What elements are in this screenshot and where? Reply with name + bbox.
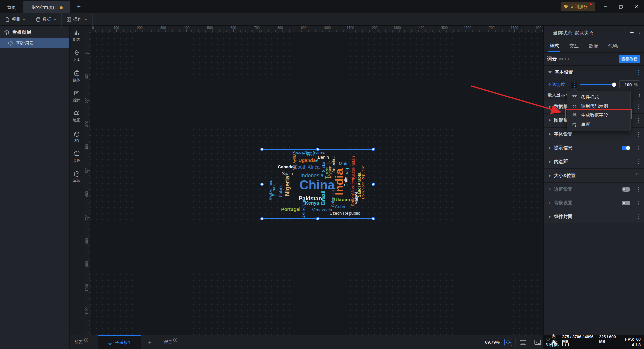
resize-handle[interactable] — [372, 148, 375, 151]
foreground-button[interactable]: 前景 + — [70, 339, 93, 345]
toolbox-item-本地[interactable]: 本地 — [70, 167, 84, 187]
panel-tab-交互[interactable]: 交互 — [569, 40, 579, 52]
ruler-corner[interactable] — [84, 26, 90, 32]
toolbox-item-label: 媒体 — [73, 78, 80, 83]
section-边框设置[interactable]: 边框设置 — [544, 182, 644, 196]
view-tutorial-button[interactable]: 查看教程 — [619, 55, 640, 63]
panel-tab-样式[interactable]: 样式 — [550, 40, 559, 52]
ruler-minor-tick — [89, 91, 90, 91]
shortcut-keys-button[interactable] — [515, 338, 527, 347]
ruler-minor-tick — [89, 203, 90, 204]
toolbox-item-套件[interactable]: 套件 — [70, 147, 84, 166]
section-提示信息[interactable]: 提示信息i — [544, 141, 644, 155]
ruler-minor-tick — [268, 30, 269, 32]
close-button[interactable] — [629, 0, 644, 13]
section-menu-icon[interactable] — [636, 117, 640, 124]
toolbox-item-图表[interactable]: 图表 — [70, 26, 84, 46]
panel-tab-数据[interactable]: 数据 — [589, 40, 598, 52]
resize-handle[interactable] — [260, 148, 264, 151]
ruler-label: 700 — [254, 26, 260, 30]
ruler-label: 1600 — [464, 26, 471, 30]
section-背景设置[interactable]: 背景设置 — [544, 196, 644, 210]
resize-handle[interactable] — [316, 148, 319, 151]
ruler-minor-tick — [89, 175, 90, 176]
section-menu-icon[interactable] — [636, 144, 640, 152]
section-toggle[interactable] — [622, 201, 630, 205]
stepper-up-icon[interactable]: ↑ — [638, 92, 641, 98]
wordcloud-word: Greece — [302, 153, 315, 157]
add-board-button[interactable]: + — [141, 339, 159, 346]
menu-数据[interactable]: 数据▼ — [31, 13, 62, 26]
add-state-button[interactable]: + — [625, 29, 639, 37]
section-toggle[interactable] — [622, 187, 630, 192]
toolbox-item-3D[interactable]: 3D — [70, 127, 84, 146]
toolbox-item-控件[interactable]: 控件 — [70, 87, 84, 106]
project-tab[interactable]: 我的空白项目 — [23, 1, 70, 14]
expand-triangle-icon — [549, 146, 551, 150]
ruler-minor-tick — [313, 30, 313, 32]
lock-icon[interactable] — [635, 172, 640, 179]
ruler-minor-tick — [89, 259, 90, 260]
ruler-minor-tick — [271, 30, 271, 32]
console-button[interactable] — [530, 338, 541, 347]
resize-handle[interactable] — [260, 183, 264, 186]
ruler-minor-tick — [255, 30, 255, 32]
wordcloud-component[interactable]: Papua New GuineaGreeceBeninUgandaHaitiMa… — [262, 149, 373, 219]
new-project-tab-button[interactable]: + — [71, 0, 86, 13]
opacity-value-box[interactable]: 100 % — [619, 80, 640, 89]
opacity-menu-button[interactable] — [571, 82, 577, 88]
add-circle-icon[interactable]: + — [173, 338, 177, 342]
zoom-percentage[interactable]: 69.79% — [485, 340, 500, 345]
wordcloud-word: Kenya — [305, 201, 319, 205]
fit-to-screen-button[interactable] — [504, 339, 512, 346]
custom-service-badge[interactable]: 定制服务 — [561, 2, 595, 11]
code-icon — [572, 104, 577, 109]
context-menu-item-条件样式[interactable]: 条件样式 — [567, 93, 630, 102]
resize-handle[interactable] — [260, 217, 264, 220]
ruler-minor-tick — [399, 30, 400, 32]
minimize-button[interactable] — [598, 0, 613, 13]
context-menu-item-重置[interactable]: 重置 — [567, 120, 630, 129]
ruler-minor-tick — [196, 30, 196, 32]
restore-icon — [619, 4, 623, 9]
ruler-minor-tick — [219, 30, 220, 32]
ruler-minor-tick — [222, 30, 222, 32]
section-label: 内边距 — [554, 159, 568, 165]
section-menu-icon[interactable] — [636, 158, 640, 165]
context-menu-item-调用代码示例[interactable]: 调用代码示例 — [567, 102, 630, 111]
project-tab[interactable]: 首页 — [0, 1, 23, 14]
layer-item[interactable]: 基础词云 — [0, 38, 69, 48]
section-menu-icon[interactable] — [636, 213, 640, 220]
menu-操作[interactable]: 操作▼ — [62, 13, 93, 26]
resize-handle[interactable] — [372, 217, 375, 220]
context-menu-item-生成数据字段[interactable]: 生成数据字段 — [567, 111, 630, 120]
section-toggle[interactable]: i — [622, 146, 630, 150]
background-button[interactable]: 背景 + — [159, 339, 182, 345]
slider-thumb[interactable] — [612, 83, 616, 87]
section-大小&位置[interactable]: 大小&位置 — [544, 168, 644, 182]
sub-board-tab[interactable]: 子看板1 — [98, 335, 141, 349]
resize-handle[interactable] — [316, 217, 319, 220]
section-menu-icon[interactable] — [636, 131, 640, 138]
section-内边距[interactable]: 内边距 — [544, 155, 644, 168]
toolbox-item-地图[interactable]: 地图 — [70, 107, 84, 126]
panel-tab-代码[interactable]: 代码 — [608, 40, 618, 52]
resize-handle[interactable] — [372, 183, 375, 186]
section-menu-icon[interactable] — [636, 69, 640, 76]
app-version: 4.1.8 — [632, 343, 641, 347]
menu-项目[interactable]: 项目▼ — [0, 13, 31, 26]
opacity-slider[interactable] — [580, 84, 616, 85]
section-组件封面[interactable]: 组件封面 — [544, 210, 644, 223]
add-circle-icon[interactable]: + — [84, 338, 88, 342]
ruler-minor-tick — [145, 30, 145, 32]
ruler-label: 300 — [160, 26, 166, 30]
ruler-minor-tick — [130, 30, 131, 32]
toolbox-item-文本[interactable]: 文本 — [70, 46, 84, 66]
state-chevron-icon[interactable]: › — [639, 30, 640, 35]
section-menu-icon[interactable] — [636, 103, 640, 110]
restore-button[interactable] — [613, 0, 629, 13]
toolbox-item-媒体[interactable]: 媒体 — [70, 66, 84, 86]
section-menu-icon[interactable] — [636, 199, 640, 207]
basic-settings-header[interactable]: 基本设置 — [544, 65, 644, 79]
section-menu-icon[interactable] — [636, 186, 640, 193]
